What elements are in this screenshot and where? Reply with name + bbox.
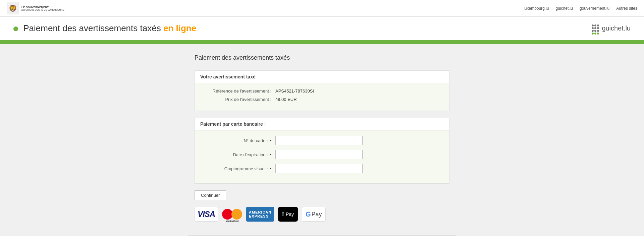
required-star-3: •	[270, 166, 271, 171]
card-number-row: N° de carte : •	[202, 136, 442, 145]
avertissement-section-header: Votre avertissement taxé	[195, 71, 449, 83]
main-content: Paiement des avertissements taxés Votre …	[188, 54, 456, 222]
government-logo: 🦁 LE GOUVERNEMENT DU GRAND-DUCHÉ DE LUXE…	[7, 2, 64, 14]
required-star: •	[270, 138, 271, 143]
card-number-label: N° de carte : •	[202, 138, 275, 143]
google-pay-text: Pay	[312, 211, 322, 218]
required-star-2: •	[270, 152, 271, 157]
link-autres-sites[interactable]: Autres sites	[616, 6, 637, 11]
link-luxembourg[interactable]: luxembourg.lu	[524, 6, 549, 11]
expiration-label: Date d'expiration : •	[202, 152, 275, 157]
reference-row: Référence de l'avertissement : APS4521-7…	[202, 88, 442, 94]
prix-value: 49.00 EUR	[275, 97, 297, 102]
cvv-label: Cryptogramme visuel : •	[202, 166, 275, 171]
green-dot-icon	[13, 26, 18, 31]
amex-text: AMERICANEXPRESS	[249, 210, 271, 218]
continuer-button[interactable]: Continuer	[195, 190, 226, 200]
reference-value: APS4521-787630SI	[275, 88, 314, 94]
mc-orange-circle	[231, 209, 242, 220]
reference-label: Référence de l'avertissement :	[202, 88, 275, 94]
link-gouvernement[interactable]: gouvernement.lu	[580, 6, 609, 11]
payment-section-header: Paiement par carte bancaire :	[195, 118, 449, 130]
lion-icon: 🦁	[7, 2, 19, 14]
payment-section-body: N° de carte : • Date d'expiration : • Cr…	[195, 130, 449, 183]
card-number-input[interactable]	[275, 136, 363, 145]
mastercard-logo: MasterCard	[222, 207, 242, 222]
apple-pay-logo:  Pay	[278, 207, 298, 222]
top-navigation: 🦁 LE GOUVERNEMENT DU GRAND-DUCHÉ DE LUXE…	[0, 0, 644, 17]
google-g: G	[306, 211, 311, 218]
payment-section: Paiement par carte bancaire : N° de cart…	[195, 118, 449, 184]
avertissement-section: Votre avertissement taxé Référence de l'…	[195, 70, 449, 111]
apple-icon: 	[282, 211, 284, 218]
expiration-row: Date d'expiration : •	[202, 150, 442, 159]
visa-logo: VISA	[195, 207, 218, 222]
guichet-dots-icon	[592, 24, 600, 33]
expiration-input[interactable]	[275, 150, 363, 159]
top-nav-links: luxembourg.lu guichet.lu gouvernement.lu…	[524, 6, 637, 11]
mastercard-text: MasterCard	[226, 220, 239, 222]
header-title: Paiement des avertissements taxés en lig…	[13, 23, 196, 34]
cvv-row: Cryptogramme visuel : •	[202, 164, 442, 173]
apple-pay-text: Pay	[286, 212, 294, 217]
link-guichet[interactable]: guichet.lu	[556, 6, 573, 11]
amex-logo: AMERICANEXPRESS	[246, 207, 274, 222]
prix-label: Prix de l'avertissement :	[202, 97, 275, 102]
svg-text:🦁: 🦁	[9, 4, 17, 12]
green-accent-bar	[0, 40, 644, 44]
avertissement-section-body: Référence de l'avertissement : APS4521-7…	[195, 83, 449, 111]
guichet-logo: guichet.lu	[592, 24, 631, 33]
payment-logos: VISA MasterCard AMERICANEXPRESS  Pay G …	[195, 207, 449, 222]
logo-text: LE GOUVERNEMENT DU GRAND-DUCHÉ DE LUXEMB…	[21, 6, 64, 11]
prix-row: Prix de l'avertissement : 49.00 EUR	[202, 97, 442, 102]
page-title: Paiement des avertissements taxés	[195, 54, 449, 65]
cvv-input[interactable]	[275, 164, 363, 173]
google-pay-logo: G Pay	[302, 207, 326, 222]
header-banner: Paiement des avertissements taxés en lig…	[0, 17, 644, 40]
